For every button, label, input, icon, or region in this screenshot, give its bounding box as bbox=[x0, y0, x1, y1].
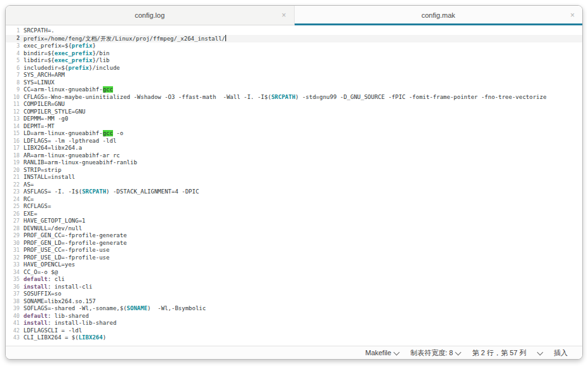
goto-line-dropdown[interactable] bbox=[532, 346, 548, 359]
code-line[interactable]: 14DEPMT=-MT bbox=[6, 123, 582, 131]
line-number: 11 bbox=[6, 101, 23, 108]
line-number: 37 bbox=[6, 291, 23, 298]
chevron-down-icon bbox=[455, 349, 462, 355]
code-line[interactable]: 10CFLAGS=-Wno-maybe-uninitialized -Wshad… bbox=[6, 94, 582, 101]
line-text: install: install-cli bbox=[23, 284, 582, 291]
line-number: 5 bbox=[6, 57, 23, 65]
line-number: 8 bbox=[6, 79, 23, 87]
code-line[interactable]: 36install: install-cli bbox=[6, 284, 582, 291]
code-line[interactable]: 22AS= bbox=[6, 181, 582, 189]
code-line[interactable]: 28DEVNULL=/dev/null bbox=[6, 225, 582, 233]
close-icon[interactable]: × bbox=[569, 11, 576, 19]
code-line[interactable]: 21INSTALL=install bbox=[6, 174, 582, 181]
line-text: STRIP=strip bbox=[23, 167, 582, 174]
code-area[interactable]: 1SRCPATH=.2prefix=/home/feng/文档/开发/Linux… bbox=[6, 25, 582, 346]
code-line[interactable]: 8SYS=LINUX bbox=[6, 79, 582, 87]
cursor-position: 第 2 行，第 57 列 bbox=[466, 346, 532, 359]
line-text: DEVNULL=/dev/null bbox=[23, 225, 582, 233]
line-number: 39 bbox=[6, 305, 23, 313]
line-text: INSTALL=install bbox=[23, 174, 582, 181]
line-text: CC=arm-linux-gnueabihf-gcc bbox=[23, 86, 582, 94]
code-line[interactable]: 9CC=arm-linux-gnueabihf-gcc bbox=[6, 86, 582, 94]
code-line[interactable]: 35default: cli bbox=[6, 276, 582, 284]
code-line[interactable]: 37SOSUFFIX=so bbox=[6, 291, 582, 298]
code-line[interactable]: 32PROF_USE_LD=-fprofile-use bbox=[6, 254, 582, 262]
line-number: 4 bbox=[6, 50, 23, 58]
line-number: 16 bbox=[6, 138, 23, 145]
language-selector[interactable]: Makefile bbox=[359, 346, 404, 359]
chevron-down-icon bbox=[537, 349, 544, 355]
line-number: 26 bbox=[6, 211, 23, 218]
text-cursor bbox=[225, 35, 226, 41]
line-text: DEPMM=-MM -g0 bbox=[23, 115, 582, 123]
line-number: 28 bbox=[6, 225, 23, 233]
tab-bar: config.log × config.mak × bbox=[6, 6, 582, 25]
line-number: 1 bbox=[6, 27, 23, 35]
line-number: 32 bbox=[6, 254, 23, 262]
line-text: AS= bbox=[23, 181, 582, 189]
tab-config-log[interactable]: config.log × bbox=[6, 6, 294, 25]
code-line[interactable]: 27HAVE_GETOPT_LONG=1 bbox=[6, 218, 582, 225]
close-icon[interactable]: × bbox=[280, 11, 287, 19]
line-text: LDFLAGS= -lm -lpthread -ldl bbox=[23, 138, 582, 145]
code-line[interactable]: 5libdir=${exec_prefix}/lib bbox=[6, 57, 582, 65]
tab-width-selector[interactable]: 制表符宽度: 8 bbox=[404, 346, 466, 359]
line-number: 29 bbox=[6, 232, 23, 240]
code-line[interactable]: 39SOFLAGS=-shared -Wl,-soname,$(SONAME) … bbox=[6, 305, 582, 313]
insert-mode-indicator[interactable]: 插入 bbox=[548, 346, 573, 359]
code-line[interactable]: 4bindir=${exec_prefix}/bin bbox=[6, 50, 582, 58]
code-line[interactable]: 13DEPMM=-MM -g0 bbox=[6, 115, 582, 123]
code-line[interactable]: 23ASFLAGS= -I. -I$(SRCPATH) -DSTACK_ALIG… bbox=[6, 188, 582, 196]
line-number: 6 bbox=[6, 65, 23, 72]
line-text: PROF_USE_LD=-fprofile-use bbox=[23, 254, 582, 262]
code-line[interactable]: 41install: install-lib-shared bbox=[6, 320, 582, 327]
code-line[interactable]: 40default: lib-shared bbox=[6, 313, 582, 320]
code-line[interactable]: 34CC_O=-o $@ bbox=[6, 269, 582, 277]
line-text: RANLIB=arm-linux-gnueabihf-ranlib bbox=[23, 159, 582, 167]
code-line[interactable]: 17LIBX264=libx264.a bbox=[6, 145, 582, 152]
code-line[interactable]: 42LDFLAGSCLI = -ldl bbox=[6, 327, 582, 335]
code-line[interactable]: 38SONAME=libx264.so.157 bbox=[6, 298, 582, 306]
line-number: 43 bbox=[6, 334, 23, 342]
code-line[interactable]: 43CLI_LIBX264 = $(LIBX264) bbox=[6, 334, 582, 342]
line-number: 25 bbox=[6, 203, 23, 211]
code-line[interactable]: 7SYS_ARCH=ARM bbox=[6, 72, 582, 79]
line-text: exec_prefix=${prefix} bbox=[23, 42, 582, 50]
code-line[interactable]: 16LDFLAGS= -lm -lpthread -ldl bbox=[6, 138, 582, 145]
tab-label: config.log bbox=[135, 11, 164, 19]
line-text: HAVE_OPENCL=yes bbox=[23, 261, 582, 269]
line-text: SYS=LINUX bbox=[23, 79, 582, 87]
code-line[interactable]: 2prefix=/home/feng/文档/开发/Linux/proj/ffmp… bbox=[6, 35, 582, 43]
code-line[interactable]: 3exec_prefix=${prefix} bbox=[6, 42, 582, 50]
line-text: default: lib-shared bbox=[23, 313, 582, 320]
code-line[interactable]: 20STRIP=strip bbox=[6, 167, 582, 174]
code-line[interactable]: 24RC= bbox=[6, 196, 582, 204]
code-line[interactable]: 11COMPILER=GNU bbox=[6, 101, 582, 108]
line-text: includedir=${prefix}/include bbox=[23, 65, 582, 72]
code-line[interactable]: 25RCFLAGS= bbox=[6, 203, 582, 211]
code-line[interactable]: 19RANLIB=arm-linux-gnueabihf-ranlib bbox=[6, 159, 582, 167]
line-text: libdir=${exec_prefix}/lib bbox=[23, 57, 582, 65]
line-number: 41 bbox=[6, 320, 23, 327]
line-number: 38 bbox=[6, 298, 23, 306]
line-text: PROF_GEN_CC=-fprofile-generate bbox=[23, 232, 582, 240]
line-number: 33 bbox=[6, 261, 23, 269]
code-line[interactable]: 26EXE= bbox=[6, 211, 582, 218]
code-line[interactable]: 31PROF_USE_CC=-fprofile-use bbox=[6, 247, 582, 254]
code-line[interactable]: 12COMPILER_STYLE=GNU bbox=[6, 108, 582, 116]
line-number: 2 bbox=[6, 35, 23, 43]
code-line[interactable]: 15LD=arm-linux-gnueabihf-gcc -o bbox=[6, 130, 582, 138]
line-text: install: install-lib-shared bbox=[23, 320, 582, 327]
line-text: prefix=/home/feng/文档/开发/Linux/proj/ffmpe… bbox=[23, 35, 582, 43]
code-line[interactable]: 6includedir=${prefix}/include bbox=[6, 65, 582, 72]
line-number: 34 bbox=[6, 269, 23, 277]
tab-config-mak[interactable]: config.mak × bbox=[294, 6, 583, 25]
tab-label: config.mak bbox=[422, 11, 455, 19]
code-line[interactable]: 29PROF_GEN_CC=-fprofile-generate bbox=[6, 232, 582, 240]
code-line[interactable]: 33HAVE_OPENCL=yes bbox=[6, 261, 582, 269]
line-text: SYS_ARCH=ARM bbox=[23, 72, 582, 79]
line-number: 23 bbox=[6, 188, 23, 196]
code-line[interactable]: 18AR=arm-linux-gnueabihf-ar rc bbox=[6, 152, 582, 160]
code-line[interactable]: 1SRCPATH=. bbox=[6, 27, 582, 35]
code-line[interactable]: 30PROF_GEN_LD=-fprofile-generate bbox=[6, 240, 582, 247]
